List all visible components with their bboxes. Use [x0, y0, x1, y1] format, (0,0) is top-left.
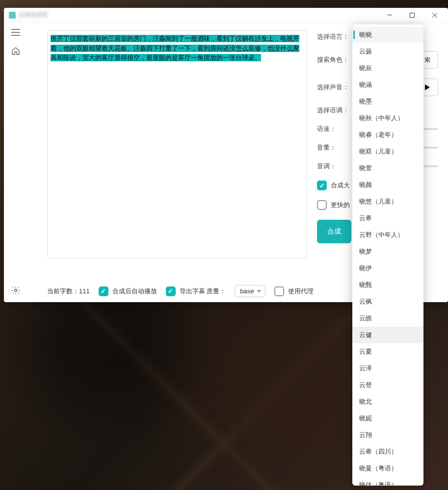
- voice-option[interactable]: 晓双（儿童）: [352, 143, 423, 160]
- text-content-highlighted: 推开丁仪那套崭新的三居室的房门，汪淼闻到了一股酒味，看到丁仪躺在沙发上，电视开着…: [51, 35, 299, 61]
- voice-label: 选择声音：: [317, 83, 346, 92]
- voice-option[interactable]: 晓辰: [352, 60, 423, 77]
- synthesize-button[interactable]: 合成: [317, 220, 351, 243]
- rate-label: 语速：: [317, 125, 346, 133]
- voice-option[interactable]: 云希（四川）: [352, 443, 423, 460]
- text-input[interactable]: 推开丁仪那套崭新的三居室的房门，汪淼闻到了一股酒味，看到丁仪躺在沙发上，电视开着…: [47, 30, 307, 258]
- menu-icon[interactable]: [11, 27, 21, 37]
- language-label: 选择语言：: [317, 32, 346, 41]
- voice-option[interactable]: 晓曼（粤语）: [352, 460, 423, 477]
- synth-large-checkbox[interactable]: ✓: [317, 181, 327, 190]
- voice-option[interactable]: 晓甄: [352, 277, 423, 293]
- faster-checkbox[interactable]: [317, 200, 327, 210]
- voice-option[interactable]: 晓晓: [352, 26, 423, 43]
- quality-select[interactable]: base: [235, 285, 265, 297]
- autoplay-label: 合成后自动播放: [112, 287, 157, 296]
- subtitle-label: 导出字幕 质量：: [180, 287, 226, 296]
- voice-dropdown[interactable]: 晓晓云扬晓辰晓涵晓墨晓秋（中年人）晓睿（老年）晓双（儿童）晓萱晓颜晓悠（儿童）云…: [352, 25, 423, 486]
- pitch-label: 音调：: [317, 162, 346, 171]
- voice-option[interactable]: 云扬: [352, 43, 423, 60]
- quality-value: base: [240, 287, 254, 295]
- voice-option[interactable]: 晓墨: [352, 93, 423, 110]
- titlebar: 文本转语音: [4, 8, 448, 23]
- voice-option[interactable]: 晓睿（老年）: [352, 127, 423, 143]
- search-role-label: 搜索角色：: [317, 55, 346, 64]
- voice-option[interactable]: 晓萱: [352, 160, 423, 177]
- voice-option[interactable]: 晓涵: [352, 77, 423, 93]
- voice-option[interactable]: 云翔: [352, 427, 423, 443]
- voice-option[interactable]: 晓北: [352, 393, 423, 410]
- voice-option[interactable]: 云野（中年人）: [352, 227, 423, 243]
- voice-option[interactable]: 晓秋（中年人）: [352, 110, 423, 127]
- voice-option[interactable]: 云皓: [352, 310, 423, 327]
- svg-rect-1: [410, 13, 415, 17]
- autoplay-checkbox[interactable]: ✓: [99, 286, 108, 296]
- voice-option[interactable]: 云健: [352, 327, 423, 343]
- proxy-label: 使用代理: [288, 287, 314, 296]
- window-controls: [378, 8, 446, 23]
- voice-option[interactable]: 云泽: [352, 360, 423, 377]
- volume-label: 音量：: [317, 143, 346, 152]
- voice-option[interactable]: 云希: [352, 210, 423, 227]
- settings-icon[interactable]: [11, 285, 21, 295]
- voice-option[interactable]: 云登: [352, 377, 423, 393]
- synth-large-label: 合成大: [331, 181, 350, 190]
- voice-option[interactable]: 晓悠（儿童）: [352, 193, 423, 210]
- home-icon[interactable]: [11, 46, 21, 56]
- voice-option[interactable]: 晓妮: [352, 410, 423, 427]
- voice-option[interactable]: 晓佳（粤语）: [352, 477, 423, 490]
- close-button[interactable]: [423, 8, 446, 23]
- app-icon: [9, 12, 16, 19]
- svg-point-2: [15, 289, 17, 292]
- subtitle-checkbox[interactable]: ✓: [166, 286, 176, 296]
- voice-option[interactable]: 晓梦: [352, 243, 423, 260]
- voice-option[interactable]: 云夏: [352, 343, 423, 360]
- minimize-button[interactable]: [378, 8, 401, 23]
- char-count: 当前字数：111: [47, 287, 90, 296]
- voice-option[interactable]: 晓伊: [352, 260, 423, 277]
- svg-rect-0: [387, 15, 392, 15]
- sidebar: [4, 23, 27, 302]
- proxy-checkbox[interactable]: [274, 286, 284, 296]
- voice-option[interactable]: 云枫: [352, 293, 423, 310]
- faster-label: 更快的: [331, 201, 350, 209]
- voice-option[interactable]: 晓颜: [352, 177, 423, 193]
- maximize-button[interactable]: [401, 8, 423, 23]
- window-title: 文本转语音: [19, 11, 48, 19]
- style-label: 选择语调：: [317, 106, 346, 115]
